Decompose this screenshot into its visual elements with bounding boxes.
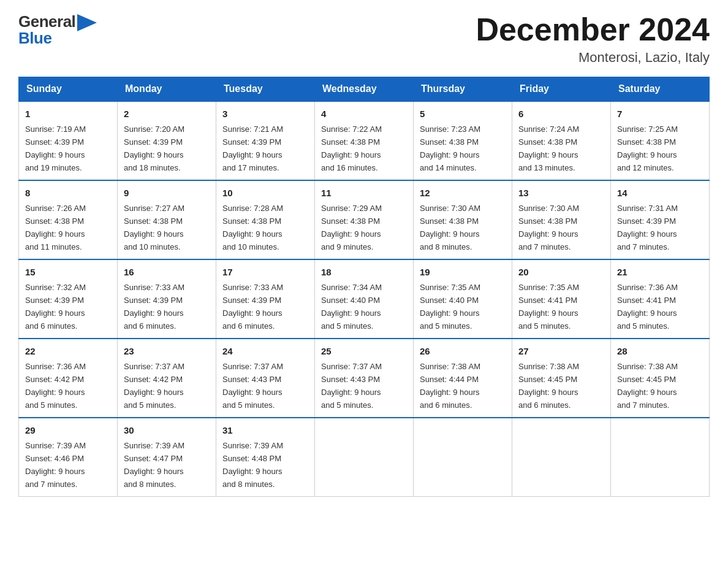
logo: General Blue: [18, 12, 97, 48]
day-number: 14: [617, 186, 703, 200]
day-info: Sunrise: 7:37 AMSunset: 4:43 PMDaylight:…: [321, 362, 382, 410]
calendar-cell: 7Sunrise: 7:25 AMSunset: 4:38 PMDaylight…: [611, 101, 710, 180]
day-info: Sunrise: 7:22 AMSunset: 4:38 PMDaylight:…: [321, 124, 382, 172]
day-number: 2: [124, 107, 210, 121]
day-number: 5: [420, 107, 506, 121]
logo-triangle-icon: [77, 14, 97, 31]
calendar-week-row: 29Sunrise: 7:39 AMSunset: 4:46 PMDayligh…: [19, 418, 710, 496]
calendar-cell: 5Sunrise: 7:23 AMSunset: 4:38 PMDaylight…: [414, 101, 512, 180]
day-info: Sunrise: 7:28 AMSunset: 4:38 PMDaylight:…: [222, 204, 283, 251]
calendar-cell: 13Sunrise: 7:30 AMSunset: 4:38 PMDayligh…: [512, 180, 611, 259]
day-number: 10: [222, 186, 308, 200]
day-number: 16: [124, 265, 210, 279]
day-number: 26: [420, 344, 506, 358]
day-info: Sunrise: 7:19 AMSunset: 4:39 PMDaylight:…: [25, 124, 86, 172]
day-number: 19: [420, 265, 506, 279]
calendar-cell: 11Sunrise: 7:29 AMSunset: 4:38 PMDayligh…: [315, 180, 414, 259]
day-info: Sunrise: 7:39 AMSunset: 4:46 PMDaylight:…: [25, 441, 86, 489]
calendar-cell: 21Sunrise: 7:36 AMSunset: 4:41 PMDayligh…: [611, 259, 710, 339]
calendar-cell: [611, 418, 710, 496]
day-number: 23: [124, 344, 210, 358]
day-info: Sunrise: 7:26 AMSunset: 4:38 PMDaylight:…: [25, 204, 86, 251]
day-number: 4: [321, 107, 407, 121]
day-info: Sunrise: 7:27 AMSunset: 4:38 PMDaylight:…: [124, 204, 184, 251]
day-info: Sunrise: 7:35 AMSunset: 4:40 PMDaylight:…: [420, 283, 480, 331]
day-number: 25: [321, 344, 407, 358]
page-header: General Blue December 2024 Monterosi, La…: [18, 12, 710, 66]
day-number: 24: [222, 344, 308, 358]
day-info: Sunrise: 7:24 AMSunset: 4:38 PMDaylight:…: [518, 124, 579, 172]
day-info: Sunrise: 7:20 AMSunset: 4:39 PMDaylight:…: [124, 124, 184, 172]
day-info: Sunrise: 7:32 AMSunset: 4:39 PMDaylight:…: [25, 283, 86, 331]
page-subtitle: Monterosi, Lazio, Italy: [476, 50, 710, 66]
weekday-header: Thursday: [414, 77, 512, 102]
weekday-header: Saturday: [611, 77, 710, 102]
calendar-cell: 26Sunrise: 7:38 AMSunset: 4:44 PMDayligh…: [414, 339, 512, 418]
day-number: 6: [518, 107, 604, 121]
calendar-week-row: 8Sunrise: 7:26 AMSunset: 4:38 PMDaylight…: [19, 180, 710, 259]
day-number: 31: [222, 423, 308, 437]
calendar-cell: 30Sunrise: 7:39 AMSunset: 4:47 PMDayligh…: [118, 418, 216, 496]
calendar-cell: 20Sunrise: 7:35 AMSunset: 4:41 PMDayligh…: [512, 259, 611, 339]
day-info: Sunrise: 7:30 AMSunset: 4:38 PMDaylight:…: [518, 204, 579, 251]
calendar-cell: 16Sunrise: 7:33 AMSunset: 4:39 PMDayligh…: [118, 259, 216, 339]
calendar-cell: 17Sunrise: 7:33 AMSunset: 4:39 PMDayligh…: [216, 259, 315, 339]
calendar-cell: 24Sunrise: 7:37 AMSunset: 4:43 PMDayligh…: [216, 339, 315, 418]
calendar-cell: 9Sunrise: 7:27 AMSunset: 4:38 PMDaylight…: [118, 180, 216, 259]
day-info: Sunrise: 7:31 AMSunset: 4:39 PMDaylight:…: [617, 204, 678, 251]
calendar-table: SundayMondayTuesdayWednesdayThursdayFrid…: [18, 77, 710, 497]
calendar-cell: 25Sunrise: 7:37 AMSunset: 4:43 PMDayligh…: [315, 339, 414, 418]
calendar-cell: 15Sunrise: 7:32 AMSunset: 4:39 PMDayligh…: [19, 259, 118, 339]
day-number: 20: [518, 265, 604, 279]
day-number: 11: [321, 186, 407, 200]
day-info: Sunrise: 7:38 AMSunset: 4:45 PMDaylight:…: [518, 362, 579, 410]
day-number: 13: [518, 186, 604, 200]
calendar-cell: 27Sunrise: 7:38 AMSunset: 4:45 PMDayligh…: [512, 339, 611, 418]
day-info: Sunrise: 7:33 AMSunset: 4:39 PMDaylight:…: [124, 283, 184, 331]
calendar-cell: 19Sunrise: 7:35 AMSunset: 4:40 PMDayligh…: [414, 259, 512, 339]
day-number: 28: [617, 344, 703, 358]
day-info: Sunrise: 7:36 AMSunset: 4:42 PMDaylight:…: [25, 362, 86, 410]
day-number: 3: [222, 107, 308, 121]
calendar-cell: 23Sunrise: 7:37 AMSunset: 4:42 PMDayligh…: [118, 339, 216, 418]
day-number: 8: [25, 186, 111, 200]
day-number: 18: [321, 265, 407, 279]
calendar-header-row: SundayMondayTuesdayWednesdayThursdayFrid…: [19, 77, 710, 102]
weekday-header: Tuesday: [216, 77, 315, 102]
day-number: 9: [124, 186, 210, 200]
day-number: 27: [518, 344, 604, 358]
day-number: 17: [222, 265, 308, 279]
calendar-cell: 14Sunrise: 7:31 AMSunset: 4:39 PMDayligh…: [611, 180, 710, 259]
day-info: Sunrise: 7:34 AMSunset: 4:40 PMDaylight:…: [321, 283, 382, 331]
day-info: Sunrise: 7:38 AMSunset: 4:45 PMDaylight:…: [617, 362, 678, 410]
calendar-week-row: 1Sunrise: 7:19 AMSunset: 4:39 PMDaylight…: [19, 101, 710, 180]
calendar-cell: 3Sunrise: 7:21 AMSunset: 4:39 PMDaylight…: [216, 101, 315, 180]
calendar-cell: 22Sunrise: 7:36 AMSunset: 4:42 PMDayligh…: [19, 339, 118, 418]
day-info: Sunrise: 7:33 AMSunset: 4:39 PMDaylight:…: [222, 283, 283, 331]
day-info: Sunrise: 7:37 AMSunset: 4:43 PMDaylight:…: [222, 362, 283, 410]
day-info: Sunrise: 7:38 AMSunset: 4:44 PMDaylight:…: [420, 362, 480, 410]
svg-marker-0: [77, 14, 97, 31]
calendar-cell: [414, 418, 512, 496]
weekday-header: Friday: [512, 77, 611, 102]
day-info: Sunrise: 7:37 AMSunset: 4:42 PMDaylight:…: [124, 362, 184, 410]
day-number: 30: [124, 423, 210, 437]
day-info: Sunrise: 7:21 AMSunset: 4:39 PMDaylight:…: [222, 124, 283, 172]
calendar-cell: 12Sunrise: 7:30 AMSunset: 4:38 PMDayligh…: [414, 180, 512, 259]
logo-blue-text: Blue: [18, 29, 51, 48]
day-info: Sunrise: 7:30 AMSunset: 4:38 PMDaylight:…: [420, 204, 480, 251]
calendar-cell: 1Sunrise: 7:19 AMSunset: 4:39 PMDaylight…: [19, 101, 118, 180]
day-info: Sunrise: 7:23 AMSunset: 4:38 PMDaylight:…: [420, 124, 480, 172]
calendar-week-row: 15Sunrise: 7:32 AMSunset: 4:39 PMDayligh…: [19, 259, 710, 339]
calendar-cell: 10Sunrise: 7:28 AMSunset: 4:38 PMDayligh…: [216, 180, 315, 259]
day-info: Sunrise: 7:39 AMSunset: 4:48 PMDaylight:…: [222, 441, 283, 489]
weekday-header: Wednesday: [315, 77, 414, 102]
day-number: 29: [25, 423, 111, 437]
day-number: 7: [617, 107, 703, 121]
calendar-cell: 31Sunrise: 7:39 AMSunset: 4:48 PMDayligh…: [216, 418, 315, 496]
calendar-cell: 28Sunrise: 7:38 AMSunset: 4:45 PMDayligh…: [611, 339, 710, 418]
weekday-header: Sunday: [19, 77, 118, 102]
weekday-header: Monday: [118, 77, 216, 102]
calendar-cell: 4Sunrise: 7:22 AMSunset: 4:38 PMDaylight…: [315, 101, 414, 180]
calendar-cell: 18Sunrise: 7:34 AMSunset: 4:40 PMDayligh…: [315, 259, 414, 339]
